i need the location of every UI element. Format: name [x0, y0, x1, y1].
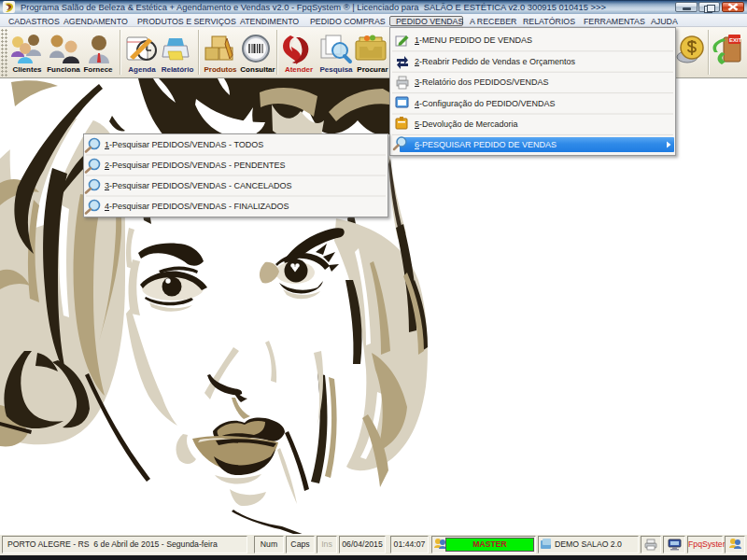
- svg-text:EXIT: EXIT: [729, 37, 742, 43]
